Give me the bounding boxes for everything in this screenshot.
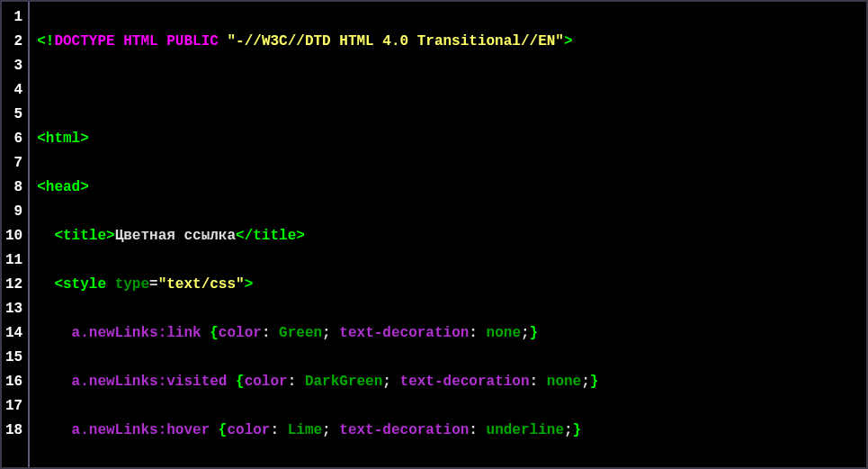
line-number: 12 [5, 273, 22, 297]
code-line: <title>Цветная ссылка</title> [37, 224, 859, 248]
code-line: <html> [37, 127, 859, 151]
line-number: 17 [5, 394, 22, 419]
line-number: 3 [5, 54, 22, 78]
line-number: 7 [5, 151, 22, 176]
line-number: 4 [5, 78, 22, 103]
line-number: 2 [5, 30, 22, 54]
code-line: <style type="text/css"> [37, 273, 859, 297]
line-number: 18 [5, 419, 22, 443]
line-number: 6 [5, 127, 22, 151]
line-number: 10 [5, 224, 22, 248]
line-number: 16 [5, 370, 22, 394]
code-line: a.newLinks:hover {color: Lime; text-deco… [37, 419, 859, 443]
line-number: 11 [5, 248, 22, 273]
code-editor: 1 2 3 4 5 6 7 8 9 10 11 12 13 14 15 16 1… [2, 2, 866, 467]
line-number-gutter: 1 2 3 4 5 6 7 8 9 10 11 12 13 14 15 16 1… [2, 2, 30, 467]
code-line: <!DOCTYPE HTML PUBLIC "-//W3C//DTD HTML … [37, 30, 859, 54]
line-number: 13 [5, 297, 22, 321]
code-line: a.newLinks:link {color: Green; text-deco… [37, 321, 859, 346]
code-line: <head> [37, 176, 859, 200]
line-number: 1 [5, 5, 22, 30]
code-area[interactable]: <!DOCTYPE HTML PUBLIC "-//W3C//DTD HTML … [30, 2, 866, 467]
line-number: 8 [5, 176, 22, 200]
code-line [37, 78, 859, 103]
code-line: a.newLinks:visited {color: DarkGreen; te… [37, 370, 859, 394]
line-number: 14 [5, 321, 22, 346]
line-number: 9 [5, 200, 22, 224]
line-number: 5 [5, 103, 22, 127]
line-number: 15 [5, 346, 22, 370]
